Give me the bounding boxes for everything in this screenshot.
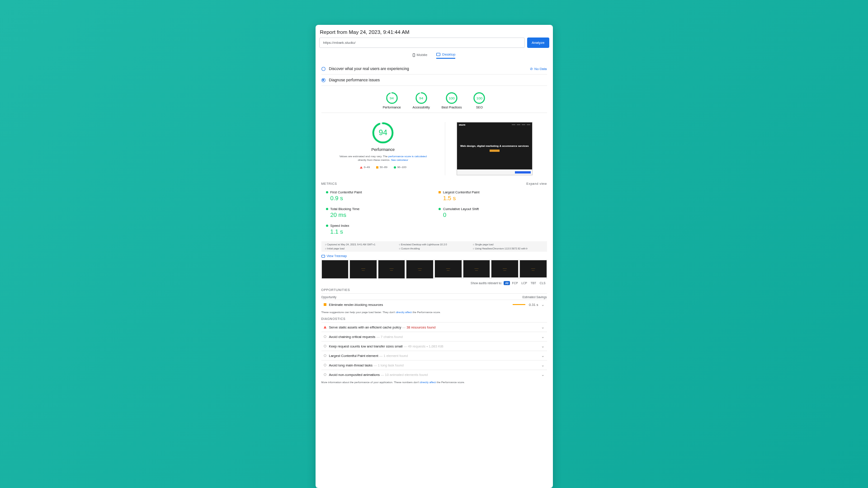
env-item: Single page load xyxy=(473,243,543,246)
metric-first-contentful-paint: First Contentful Paint0.9 s xyxy=(321,188,434,204)
tab-desktop[interactable]: Desktop xyxy=(436,52,455,59)
filmstrip-frame[interactable]: ————— xyxy=(349,260,377,279)
filmstrip-frame[interactable]: ————— xyxy=(406,260,434,279)
filter-chip-lcp[interactable]: LCP xyxy=(520,281,528,285)
expand-view-link[interactable]: Expand view xyxy=(526,182,547,185)
status-icon xyxy=(324,373,326,376)
mobile-icon xyxy=(413,53,415,57)
status-icon xyxy=(324,354,326,357)
opportunities-note: These suggestions can help your page loa… xyxy=(321,311,547,314)
report-title: Report from May 24, 2023, 9:41:44 AM xyxy=(320,29,549,35)
no-data-link[interactable]: ⊘ No Data xyxy=(530,67,547,71)
metric-cumulative-layout-shift: Cumulative Layout Shift0 xyxy=(434,204,547,221)
audit-filter: Show audits relevant to: All FCP LCP TBT… xyxy=(321,282,547,285)
status-icon xyxy=(324,364,326,366)
filmstrip-frame[interactable]: ————— xyxy=(519,260,547,279)
view-treemap-link[interactable]: View Treemap xyxy=(321,254,547,258)
filmstrip-frame[interactable]: ————— xyxy=(463,260,491,279)
gauge-best-practices[interactable]: 100Best Practices xyxy=(442,92,462,109)
legend-fail: 0–49 xyxy=(360,166,370,169)
device-tabs: Mobile Desktop xyxy=(319,52,549,59)
legend-avg: 50–89 xyxy=(376,166,387,169)
tab-mobile[interactable]: Mobile xyxy=(413,52,428,59)
env-item: Using HeadlessChromium 113.0.5672.92 wit… xyxy=(473,247,543,250)
score-calc-link[interactable]: performance score is calculated xyxy=(388,155,427,158)
filmstrip: ——————————————————————————————————— xyxy=(321,260,547,279)
analyze-button[interactable]: Analyze xyxy=(527,38,549,48)
radio-unselected-icon xyxy=(321,67,326,71)
performance-label: Performance xyxy=(371,147,395,152)
metrics-grid: First Contentful Paint0.9 sLargest Conte… xyxy=(321,188,547,238)
url-input[interactable] xyxy=(319,38,525,48)
status-icon xyxy=(324,345,326,347)
filmstrip-frame[interactable] xyxy=(321,260,349,279)
env-item: Emulated Desktop with Lighthouse 10.2.0 xyxy=(399,243,469,246)
gauge-performance[interactable]: 94Performance xyxy=(383,92,401,109)
chevron-down-icon: ⌄ xyxy=(541,325,545,329)
env-item: Initial page load xyxy=(325,247,396,250)
disclaimer: Values are estimated and may vary. The p… xyxy=(338,155,428,162)
metric-total-blocking-time: Total Blocking Time20 ms xyxy=(321,204,434,221)
chevron-down-icon: ⌄ xyxy=(541,334,545,339)
calculator-link[interactable]: See calculator xyxy=(391,159,408,161)
opportunity-row[interactable]: Eliminate render-blocking resources0.31 … xyxy=(321,300,547,309)
discover-section[interactable]: Discover what your real users are experi… xyxy=(321,63,547,75)
chevron-down-icon: ⌄ xyxy=(541,353,545,358)
chevron-down-icon: ⌄ xyxy=(541,372,545,377)
metrics-heading: METRICS xyxy=(321,182,337,185)
diagnostics-heading: DIAGNOSTICS xyxy=(321,317,547,320)
treemap-icon xyxy=(321,255,325,258)
gauge-accessibility[interactable]: 94Accessibility xyxy=(413,92,430,109)
diagnostic-row[interactable]: Largest Contentful Paint element — 1 ele… xyxy=(321,351,547,360)
diagnose-section[interactable]: Diagnose performance issues xyxy=(321,75,547,86)
score-legend: 0–49 50–89 90–100 xyxy=(360,166,406,169)
performance-detail: 94 Performance Values are estimated and … xyxy=(321,122,547,175)
diagnostics-note: More information about the performance o… xyxy=(321,381,547,384)
diagnostic-row[interactable]: Serve static assets with an efficient ca… xyxy=(321,322,547,332)
environment-info: Captured at May 24, 2023, 9:41 AM GMT+1E… xyxy=(321,241,547,252)
diagnostic-row[interactable]: Keep request counts low and transfer siz… xyxy=(321,341,547,351)
filter-chip-all[interactable]: All xyxy=(504,281,509,285)
diagnostic-row[interactable]: Avoid non-composited animations — 10 ani… xyxy=(321,370,547,379)
filmstrip-frame[interactable]: ————— xyxy=(434,260,462,279)
filmstrip-frame[interactable]: ————— xyxy=(378,260,406,279)
metric-speed-index: Speed Index1.1 s xyxy=(321,221,434,238)
chevron-down-icon: ⌄ xyxy=(541,363,545,367)
opportunities-heading: OPPORTUNITIES xyxy=(321,288,547,291)
gauge-seo[interactable]: 100SEO xyxy=(473,92,485,109)
filter-chip-fcp[interactable]: FCP xyxy=(510,281,519,285)
desktop-icon xyxy=(436,53,440,56)
radio-selected-icon xyxy=(321,78,326,82)
report-card: Report from May 24, 2023, 9:41:44 AM Ana… xyxy=(316,25,553,488)
filter-chip-cls[interactable]: CLS xyxy=(538,281,547,285)
chevron-down-icon: ⌄ xyxy=(541,344,545,348)
metric-largest-contentful-paint: Largest Contentful Paint1.5 s xyxy=(434,188,547,204)
chevron-down-icon: ⌄ xyxy=(541,302,545,307)
legend-pass: 90–100 xyxy=(394,166,406,169)
performance-gauge-large: 94 xyxy=(372,122,394,144)
status-icon xyxy=(324,326,326,328)
env-item: Custom throttling xyxy=(399,247,469,250)
filter-chip-tbt[interactable]: TBT xyxy=(529,281,538,285)
status-icon xyxy=(324,335,326,338)
filmstrip-frame[interactable]: ————— xyxy=(491,260,519,279)
score-gauges: 94Performance94Accessibility100Best Prac… xyxy=(321,86,547,113)
diagnostic-row[interactable]: Avoid long main-thread tasks — 1 long ta… xyxy=(321,360,547,370)
status-icon xyxy=(324,303,326,306)
page-screenshot: MBARK Web design, digital marketing & ec… xyxy=(457,122,547,175)
diagnostic-row[interactable]: Avoid chaining critical requests — 7 cha… xyxy=(321,332,547,341)
env-item: Captured at May 24, 2023, 9:41 AM GMT+1 xyxy=(325,243,396,246)
